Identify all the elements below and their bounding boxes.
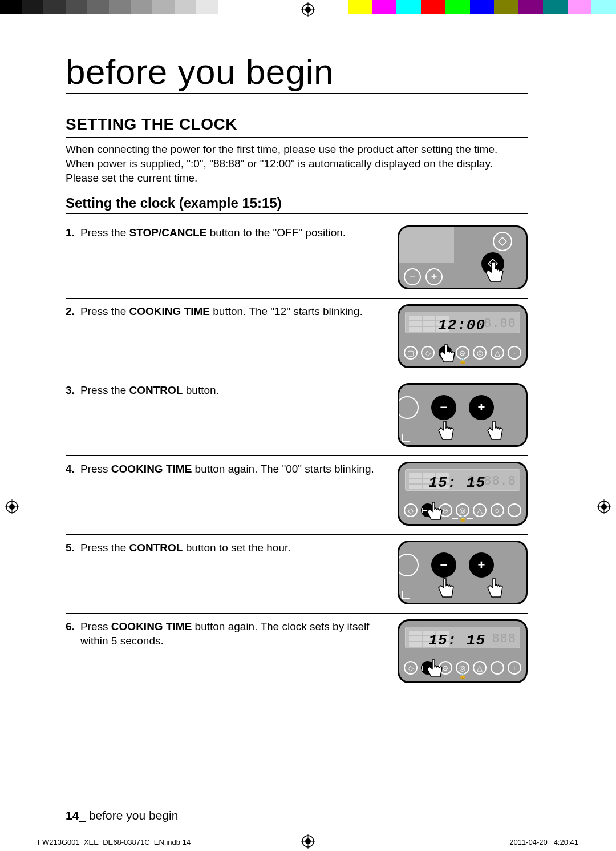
display-time: 15: 15 xyxy=(428,632,485,649)
minus-icon: − xyxy=(491,661,504,675)
step-item: Press the CONTROL button. − + xyxy=(66,377,528,456)
mode-icon: ○ xyxy=(491,503,504,517)
imprint-datetime: 2011-04-20 4:20:41 xyxy=(509,838,578,846)
footer-sep: _ xyxy=(79,809,89,822)
page-number: 14 xyxy=(66,809,79,822)
page-footer: 14_ before you begin xyxy=(66,809,178,822)
corner-indicator xyxy=(402,591,410,599)
display-time: 12:00 xyxy=(438,317,485,334)
ghost-button xyxy=(398,396,419,419)
step-pre: Press the xyxy=(80,384,129,396)
step-post: button to the "OFF" position. xyxy=(206,227,346,239)
step-bold: COOKING TIME xyxy=(129,305,210,317)
intro-paragraph: When connecting the power for the first … xyxy=(66,142,528,185)
minus-plus-row: − + xyxy=(431,552,494,578)
step-post: button again. The "00" starts blinking. xyxy=(192,463,374,475)
display-ghost: 8.88.8 xyxy=(468,474,516,489)
step-item: Press the COOKING TIME button. The "12" … xyxy=(66,299,528,377)
step-text: Press the STOP/CANCLE button to the "OFF… xyxy=(66,225,387,240)
step-post: button to set the hour. xyxy=(183,542,290,554)
step-text: Press the CONTROL button. xyxy=(66,383,387,397)
mode-icon: · xyxy=(508,503,521,517)
step-illustration: 15: 15 888 ◇ ⊢⊣ ⊖ ◎ △ − + 🔒 xyxy=(398,619,528,683)
step-item: Press COOKING TIME button again. The clo… xyxy=(66,614,528,692)
imprint-file: FW213G001_XEE_DE68-03871C_EN.indb 14 xyxy=(38,838,191,846)
registration-mark-icon xyxy=(597,499,611,514)
lock-indicator: 🔒 xyxy=(452,673,473,679)
step-illustration: − + xyxy=(398,383,528,447)
step-pre: Press xyxy=(80,620,111,632)
crop-mark xyxy=(586,31,616,31)
step-text: Press the CONTROL button to set the hour… xyxy=(66,541,387,555)
step-text: Press COOKING TIME button again. The "00… xyxy=(66,462,387,476)
mode-icon: · xyxy=(508,346,521,360)
step-pre: Press xyxy=(80,463,111,475)
hand-pointer-icon xyxy=(433,576,461,604)
display-ghost: 888 xyxy=(492,632,516,646)
step-illustration: 15: 15 8.88.8 ◇ ⊢⊣ ⊖ ◎ △ ○ · 🔒 xyxy=(398,462,528,526)
display-ghost: 8.88 xyxy=(484,317,516,331)
page-content: before you begin SETTING THE CLOCK When … xyxy=(66,51,528,692)
mode-icon: ◇ xyxy=(421,346,435,360)
display-panel: 15: 15 888 xyxy=(405,627,520,648)
minus-plus-row: − + xyxy=(404,268,443,285)
mode-icon: △ xyxy=(473,661,487,675)
panel-area xyxy=(399,227,454,263)
lock-icon: △ xyxy=(491,346,504,360)
step-post: button. The "12" starts blinking. xyxy=(210,305,363,317)
step-pre: Press the xyxy=(80,227,129,239)
imprint-line: FW213G001_XEE_DE68-03871C_EN.indb 14 201… xyxy=(38,838,578,846)
plus-icon: + xyxy=(469,552,494,578)
hand-pointer-icon xyxy=(422,500,447,526)
plus-icon: + xyxy=(469,395,494,420)
display-panel: 15: 15 8.88.8 xyxy=(405,469,520,491)
page-title: before you begin xyxy=(66,51,528,94)
plus-icon: + xyxy=(425,268,443,285)
svg-marker-16 xyxy=(499,237,506,245)
hand-pointer-icon xyxy=(483,576,510,604)
mode-icon: ◇ xyxy=(404,661,418,675)
step-bold: COOKING TIME xyxy=(111,463,192,475)
steps-list: Press the STOP/CANCLE button to the "OFF… xyxy=(66,220,528,692)
step-bold: CONTROL xyxy=(129,542,183,554)
plus-icon: + xyxy=(508,661,521,675)
step-illustration: − + xyxy=(398,225,528,289)
hand-pointer-icon xyxy=(435,342,460,368)
step-text: Press COOKING TIME button again. The clo… xyxy=(66,619,387,648)
crop-mark xyxy=(30,0,30,31)
minus-plus-row: − + xyxy=(431,395,494,420)
minus-icon: − xyxy=(431,395,456,420)
footer-label: before you begin xyxy=(89,809,178,822)
step-bold: CONTROL xyxy=(129,384,183,396)
hand-pointer-icon xyxy=(422,658,447,683)
hand-pointer-icon xyxy=(433,419,461,447)
hand-pointer-icon xyxy=(480,259,509,289)
mode-icon: ◇ xyxy=(404,503,418,517)
crop-mark xyxy=(0,31,30,31)
ghost-button xyxy=(398,554,419,576)
corner-indicator xyxy=(402,434,410,442)
registration-mark-icon xyxy=(5,499,19,514)
step-pre: Press the xyxy=(80,305,129,317)
step-illustration: − + xyxy=(398,541,528,604)
hand-pointer-icon xyxy=(483,419,510,447)
start-icon xyxy=(493,232,512,251)
display-panel: 12:00 8.88 xyxy=(405,312,520,333)
step-item: Press the CONTROL button to set the hour… xyxy=(66,535,528,614)
step-pre: Press the xyxy=(80,542,129,554)
step-item: Press COOKING TIME button again. The "00… xyxy=(66,456,528,535)
step-post: button. xyxy=(183,384,218,396)
step-bold: STOP/CANCLE xyxy=(129,227,207,239)
crop-mark xyxy=(586,0,586,31)
mode-icon: ▢ xyxy=(404,346,418,360)
registration-mark-icon xyxy=(301,2,315,17)
step-item: Press the STOP/CANCLE button to the "OFF… xyxy=(66,220,528,299)
mode-icon: △ xyxy=(473,503,487,517)
mode-icon: ◎ xyxy=(473,346,487,360)
section-title: SETTING THE CLOCK xyxy=(66,115,528,138)
step-text: Press the COOKING TIME button. The "12" … xyxy=(66,304,387,318)
minus-icon: − xyxy=(431,552,456,578)
minus-icon: − xyxy=(404,268,421,285)
step-bold: COOKING TIME xyxy=(111,620,192,632)
subsection-title: Setting the clock (example 15:15) xyxy=(66,195,528,214)
